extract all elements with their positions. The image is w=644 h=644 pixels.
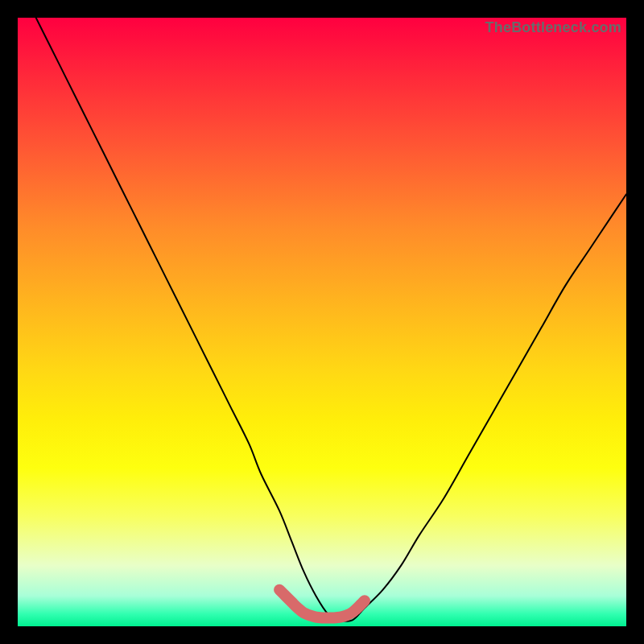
bottleneck-curve-path xyxy=(36,18,626,621)
chart-frame: TheBottleneck.com xyxy=(0,0,644,644)
plot-area: TheBottleneck.com xyxy=(18,18,626,626)
chart-svg xyxy=(18,18,626,626)
optimal-band-path xyxy=(279,590,365,618)
